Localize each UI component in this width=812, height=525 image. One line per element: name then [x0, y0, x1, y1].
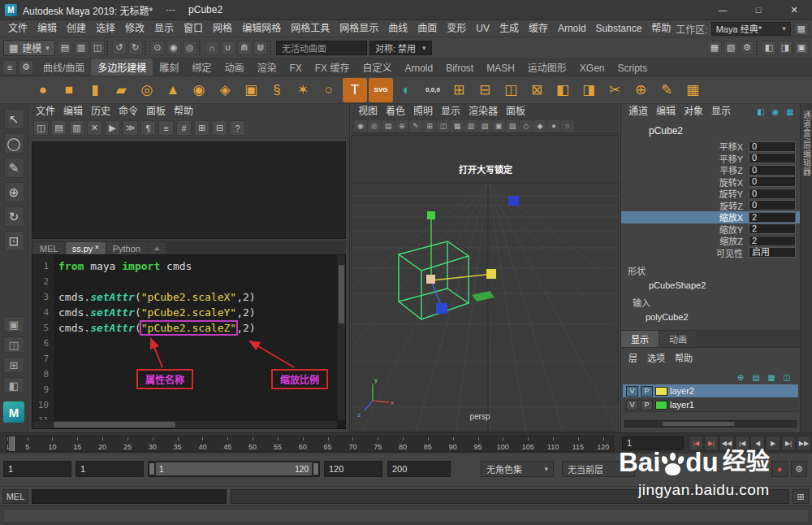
menu-item[interactable]: 修改: [120, 20, 149, 37]
channel-row[interactable]: 缩放Z 2: [621, 235, 800, 247]
construction-plane-icon[interactable]: ◐: [395, 78, 419, 102]
title-bar[interactable]: M Autodesk Maya 2019: 无标题* --- pCube2 — …: [0, 0, 812, 20]
range-bar[interactable]: 1 120: [156, 462, 312, 475]
menu-item[interactable]: 历史: [87, 104, 114, 119]
shelf-tab[interactable]: Arnold: [398, 61, 439, 76]
channel-value-field[interactable]: 启用: [749, 247, 796, 258]
bridge-icon[interactable]: ◨: [577, 78, 601, 102]
animation-preferences-button[interactable]: ⚙: [791, 461, 807, 477]
right-sidebar-strip[interactable]: 通道盒/层编辑器: [800, 104, 812, 432]
snap-curve-icon[interactable]: ∪: [221, 41, 235, 55]
range-end-handle[interactable]: [313, 462, 319, 475]
create-layer-from-selected-icon[interactable]: ▦: [765, 371, 778, 383]
shelf-gear-icon[interactable]: ⚙: [19, 60, 33, 75]
bevel-icon[interactable]: ◧: [551, 78, 575, 102]
menu-item[interactable]: 渲染器: [464, 104, 502, 119]
channel-value-field[interactable]: 0: [749, 153, 796, 163]
playback-start-field[interactable]: 1: [76, 461, 144, 477]
menu-item[interactable]: 命令: [114, 104, 142, 119]
layer-visibility-toggle[interactable]: V: [626, 386, 638, 397]
minimize-button[interactable]: —: [705, 0, 741, 20]
toggle-attribute-editor-icon[interactable]: ◨: [778, 41, 793, 55]
ground-plane-object[interactable]: [472, 291, 495, 302]
range-start-handle[interactable]: [149, 462, 155, 475]
create-empty-layer-icon[interactable]: ▤: [749, 371, 762, 383]
play-backward-button[interactable]: ◀: [750, 436, 765, 451]
distant-cube[interactable]: [508, 196, 519, 206]
menu-item[interactable]: 生成: [495, 20, 524, 37]
origin-locator-icon[interactable]: 0,0,0: [421, 78, 445, 102]
poly-cylinder-icon[interactable]: ▮: [83, 78, 107, 102]
shelf-tab[interactable]: 绑定: [185, 59, 218, 76]
shelf-tab[interactable]: 多边形建模: [91, 59, 153, 76]
layer-editor-tab[interactable]: 动画: [659, 331, 698, 347]
vp-wireframe-icon[interactable]: ◇: [520, 120, 533, 132]
channel-value-field[interactable]: 0: [749, 200, 796, 210]
manipulator-center-handle[interactable]: [426, 275, 435, 284]
channel-row[interactable]: 旋转Z 0: [621, 200, 800, 212]
layer-playback-toggle[interactable]: P: [641, 386, 653, 397]
play-forward-button[interactable]: ▶: [766, 436, 780, 451]
script-tab[interactable]: Python: [106, 242, 147, 254]
menu-item[interactable]: 通道: [624, 104, 652, 119]
scale-tool[interactable]: ⊡: [4, 231, 24, 251]
menu-item[interactable]: 变形: [442, 20, 471, 37]
menu-item[interactable]: 编辑: [32, 20, 62, 37]
render-icon[interactable]: ▦: [707, 41, 722, 55]
shelf-tab[interactable]: 动画: [218, 59, 250, 76]
se-open-icon[interactable]: ▤: [51, 120, 67, 136]
layer-options-icon[interactable]: ◫: [780, 371, 793, 383]
layer-color-swatch[interactable]: [655, 387, 667, 396]
menu-item[interactable]: 视图: [354, 104, 382, 119]
layer-playback-toggle[interactable]: P: [641, 400, 653, 410]
menu-set-dropdown[interactable]: ▦ 建模 ▾: [3, 40, 55, 56]
layer-row[interactable]: V P layer2: [623, 384, 798, 398]
code-editor[interactable]: 1from maya import cmds23cmds.setAttr("pC…: [32, 254, 346, 429]
current-layer-dropdown[interactable]: 无当前层 ▾: [562, 461, 635, 477]
se-split-vertical-icon[interactable]: ⊟: [212, 120, 227, 136]
se-filter-icon[interactable]: ≡: [158, 120, 174, 136]
se-echo-commands-icon[interactable]: ¶: [140, 120, 156, 136]
menu-item[interactable]: 文件: [32, 104, 59, 119]
menu-item[interactable]: 帮助: [646, 20, 676, 37]
cb-layout-icon[interactable]: ▦: [784, 106, 797, 118]
menu-item[interactable]: 面板: [502, 104, 529, 119]
channel-value-field[interactable]: 0: [749, 165, 796, 176]
vp-grease-pencil-icon[interactable]: ✎: [409, 120, 422, 132]
se-split-horizontal-icon[interactable]: ⊞: [194, 120, 209, 136]
maximize-button[interactable]: □: [741, 0, 776, 20]
save-scene-icon[interactable]: ◫: [90, 41, 105, 55]
se-execute-all-icon[interactable]: ≫: [123, 120, 138, 136]
channel-row[interactable]: 缩放X 2: [621, 211, 800, 223]
shelf-tab[interactable]: FX 缓存: [309, 59, 356, 76]
vp-shaded-icon[interactable]: ◆: [533, 120, 546, 132]
poly-disc-icon[interactable]: ◉: [187, 78, 211, 102]
menu-item[interactable]: 对象: [680, 104, 707, 119]
poly-gear-icon[interactable]: ✶: [291, 78, 315, 102]
uv-editor-icon[interactable]: ▦: [680, 78, 705, 102]
se-load-script-icon[interactable]: ▥: [69, 120, 84, 136]
animation-start-field[interactable]: 1: [3, 461, 71, 477]
menu-item[interactable]: 网格: [208, 20, 237, 37]
shelf-tab[interactable]: 运动图形: [521, 59, 573, 76]
manipulator-y-handle[interactable]: [427, 211, 435, 219]
menu-item[interactable]: 编辑网格: [237, 20, 286, 37]
menu-item[interactable]: 显示: [437, 104, 464, 119]
step-back-button[interactable]: |◀: [735, 436, 749, 451]
layer-horizontal-scrollbar[interactable]: [624, 420, 797, 427]
separator[interactable]: [145, 41, 149, 55]
vp-field-chart-icon[interactable]: ▧: [478, 120, 491, 132]
combine-icon[interactable]: ⊞: [447, 78, 471, 102]
select-object-icon[interactable]: ◉: [166, 41, 181, 55]
step-forward-button[interactable]: ▶|: [781, 436, 796, 451]
vp-lock-camera-icon[interactable]: ◉: [354, 120, 367, 132]
command-line-input[interactable]: [32, 489, 227, 504]
menu-item[interactable]: 编辑: [59, 104, 87, 119]
ipr-render-icon[interactable]: ▧: [723, 41, 738, 55]
script-history-pane[interactable]: [32, 141, 346, 239]
menu-item[interactable]: Arnold: [553, 20, 591, 37]
shelf-tab[interactable]: Scripts: [611, 61, 654, 76]
animation-end-field[interactable]: 200: [387, 461, 451, 477]
poly-platonic-icon[interactable]: ◈: [213, 78, 237, 102]
channel-value-field[interactable]: 0: [749, 189, 796, 199]
